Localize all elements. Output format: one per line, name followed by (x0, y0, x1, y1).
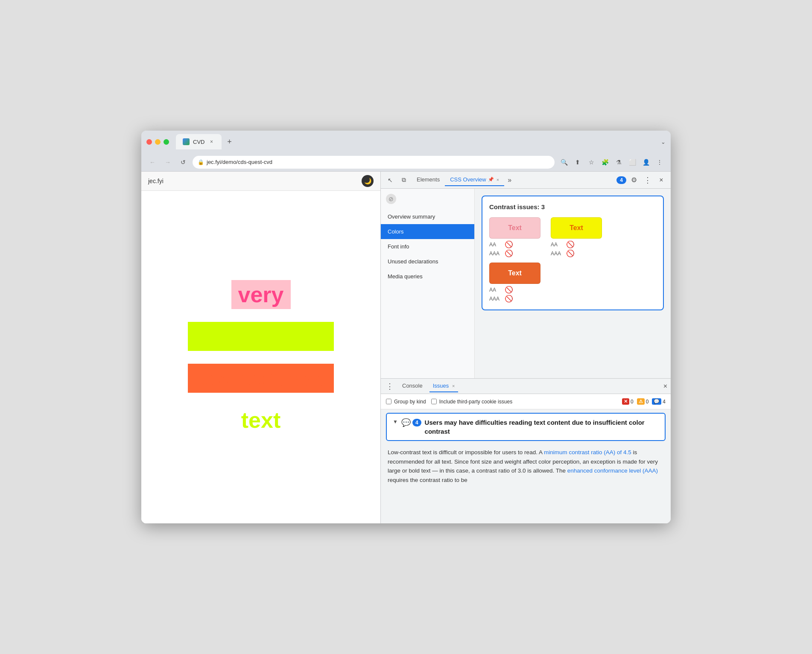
demo-inaccessible-text: inaccessible (188, 322, 333, 351)
third-party-checkbox[interactable]: Include third-party cookie issues (431, 399, 512, 405)
issue-expand-icon[interactable]: ▼ (393, 418, 398, 425)
nav-colors[interactable]: Colors (381, 224, 474, 239)
tab-title: CVD (193, 139, 204, 145)
active-tab[interactable]: CVD × (176, 134, 222, 149)
badge-row-aa-pink: AA 🚫 (489, 240, 540, 248)
tab-menu-button[interactable]: ⌄ (661, 139, 666, 145)
issue-icon-badge: 💬 4 (401, 418, 421, 427)
issue-description: Low-contrast text is difficult or imposs… (381, 444, 671, 488)
contrast-swatch-orange[interactable]: Text (489, 263, 540, 284)
filter-bar: Group by kind Include third-party cookie… (381, 394, 671, 409)
dark-mode-button[interactable]: 🌙 (362, 175, 374, 187)
tab-bar: CVD × + ⌄ (176, 134, 666, 149)
close-button[interactable] (146, 139, 152, 145)
aaa-fail-orange: 🚫 (505, 295, 513, 303)
bottom-tab-issues[interactable]: Issues × (429, 380, 459, 392)
aa-fail-yellow: 🚫 (566, 240, 575, 248)
back-button[interactable]: ← (146, 156, 158, 168)
nav-unused-declarations[interactable]: Unused declarations (381, 254, 474, 269)
group-by-kind-checkbox[interactable]: Group by kind (386, 399, 426, 405)
css-overview-close-icon[interactable]: × (497, 177, 499, 182)
third-party-input[interactable] (431, 399, 437, 404)
contrast-item-yellow: Text AA 🚫 AAA (551, 217, 602, 257)
tab-elements[interactable]: Elements (412, 174, 445, 186)
devtools-cursor-button[interactable]: ↖ (384, 174, 396, 186)
new-tab-button[interactable]: + (223, 136, 235, 148)
warning-icon: ⚠ (637, 398, 645, 405)
labs-button[interactable]: ⚗ (613, 156, 625, 168)
address-bar: ← → ↺ 🔒 jec.fyi/demo/cds-quest-cvd 🔍 ⬆ ☆… (141, 153, 671, 172)
issues-tab-close[interactable]: × (452, 383, 455, 388)
bookmark-button[interactable]: ☆ (585, 156, 597, 168)
issue-badge: 4 (412, 419, 421, 426)
devtools-bottom-panel: ⋮ Console Issues × × Group by kind (381, 378, 671, 523)
badge-row-aaa-orange: AAA 🚫 (489, 295, 540, 303)
extensions-button[interactable]: 🧩 (599, 156, 611, 168)
contrast-item-orange: Text AA 🚫 AAA (489, 263, 540, 303)
contrast-badges-pink: AA 🚫 AAA 🚫 (489, 240, 540, 257)
demo-text-text: text (234, 406, 287, 435)
badge-row-aa-orange: AA 🚫 (489, 286, 540, 294)
issue-chat-icon: 💬 (401, 418, 411, 427)
sidebar-button[interactable]: ⬜ (626, 156, 638, 168)
webpage-top-bar: jec.fyi 🌙 (141, 172, 380, 191)
bottom-tab-console[interactable]: Console (399, 380, 426, 392)
issue-item[interactable]: ▼ 💬 4 Users may have difficulties readin… (386, 413, 666, 441)
demo-very-text: very (231, 280, 291, 309)
title-bar: CVD × + ⌄ (141, 131, 671, 153)
contrast-swatch-yellow[interactable]: Text (551, 217, 602, 239)
window-icon: ⧉ (402, 176, 406, 184)
devtools-more-button[interactable]: ⋮ (642, 174, 654, 186)
webpage-body: very inaccessible low-contrast text (141, 191, 380, 523)
forward-button[interactable]: → (162, 156, 174, 168)
refresh-button[interactable]: ↺ (177, 156, 189, 168)
profile-button[interactable]: 👤 (640, 156, 652, 168)
tab-close-button[interactable]: × (208, 138, 215, 145)
issue-desc-text-3: requires the contrast ratio to be (388, 477, 467, 483)
contrast-badges-orange: AA 🚫 AAA 🚫 (489, 286, 540, 303)
webpage: jec.fyi 🌙 very inaccessible low-contrast… (141, 172, 380, 523)
css-nav-sidebar: ⊘ Overview summary Colors Font info Unus… (381, 189, 475, 378)
css-disabled-icon: ⊘ (386, 194, 396, 204)
info-count: 💬 4 (652, 398, 666, 405)
bottom-more-button[interactable]: ⋮ (384, 382, 395, 391)
error-count: ✕ 0 (622, 398, 634, 405)
issue-link-aa[interactable]: minimum contrast ratio (AA) of 4.5 (544, 449, 631, 455)
devtools-settings-button[interactable]: ⚙ (628, 174, 640, 186)
contrast-issues-title: Contrast issues: 3 (489, 203, 656, 210)
contrast-item-pink: Text AA 🚫 AAA (489, 217, 540, 257)
address-actions: 🔍 ⬆ ☆ 🧩 ⚗ ⬜ 👤 ⋮ (558, 156, 666, 168)
search-button[interactable]: 🔍 (558, 156, 570, 168)
tab-css-overview[interactable]: CSS Overview 📌 × (445, 174, 504, 186)
devtools-tabs: Elements CSS Overview 📌 × » (412, 174, 615, 186)
aa-fail-pink: 🚫 (505, 240, 513, 248)
nav-font-info[interactable]: Font info (381, 239, 474, 254)
issue-desc-text-1: Low-contrast text is difficult or imposs… (388, 449, 544, 455)
url-bar[interactable]: 🔒 jec.fyi/demo/cds-quest-cvd (193, 156, 555, 169)
devtools-panel: ↖ ⧉ Elements CSS Overview 📌 × » 4 (380, 172, 671, 523)
contrast-swatch-pink[interactable]: Text (489, 217, 540, 239)
maximize-button[interactable] (164, 139, 169, 145)
issue-link-aaa[interactable]: enhanced conformance level (AAA) (567, 467, 658, 474)
badge-row-aaa-yellow: AAA 🚫 (551, 249, 602, 257)
devtools-close-button[interactable]: × (655, 174, 667, 186)
traffic-lights (146, 139, 169, 145)
menu-button[interactable]: ⋮ (654, 156, 666, 168)
nav-overview-summary[interactable]: Overview summary (381, 209, 474, 224)
minimize-button[interactable] (155, 139, 161, 145)
demo-low-contrast-text: low-contrast (188, 364, 333, 393)
share-button[interactable]: ⬆ (572, 156, 584, 168)
devtools-window-button[interactable]: ⧉ (398, 174, 410, 186)
group-by-kind-input[interactable] (386, 399, 391, 404)
nav-media-queries[interactable]: Media queries (381, 269, 474, 284)
css-nav-disabled-btn[interactable]: ⊘ (381, 189, 474, 209)
aaa-fail-yellow: 🚫 (566, 249, 575, 257)
aa-fail-orange: 🚫 (505, 286, 513, 294)
issues-badge[interactable]: 4 (616, 176, 626, 184)
contrast-row-2: Text AA 🚫 AAA (489, 263, 656, 303)
main-content: jec.fyi 🌙 very inaccessible low-contrast… (141, 172, 671, 523)
badge-row-aa-yellow: AA 🚫 (551, 240, 602, 248)
url-text: jec.fyi/demo/cds-quest-cvd (207, 159, 549, 165)
devtools-overflow-button[interactable]: » (504, 176, 515, 184)
bottom-close-button[interactable]: × (663, 382, 667, 390)
